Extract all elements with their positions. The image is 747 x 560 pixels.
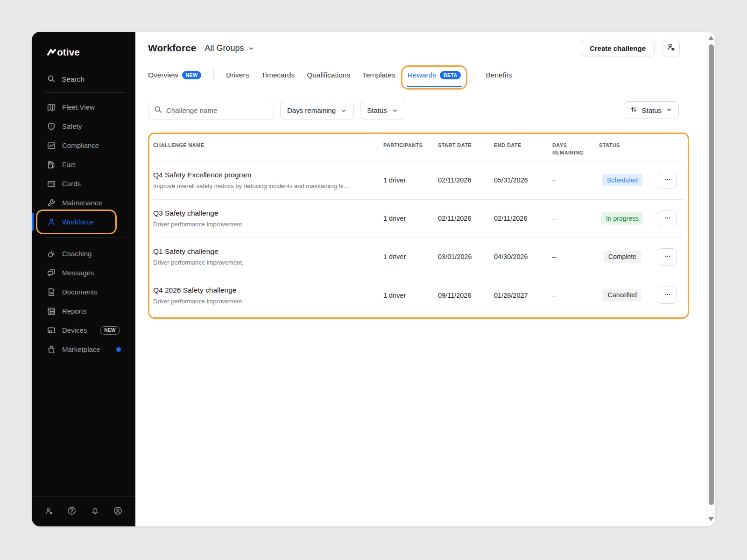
table-row: Q4 2026 Safety challengeDriver performan… [153, 276, 684, 315]
monitor-chart-icon [47, 141, 56, 150]
app-window: otive Search Fleet ViewSafetyComplianceF… [32, 32, 715, 526]
tab-label: Benefits [486, 71, 512, 79]
sort-button[interactable]: Status [624, 101, 679, 119]
tab-benefits[interactable]: Benefits [486, 71, 512, 87]
sidebar-item-messages[interactable]: Messages [32, 263, 135, 282]
column-header-start: START DATE [431, 142, 487, 149]
sidebar-item-maintenance[interactable]: Maintenance [32, 193, 135, 212]
sidebar-divider [45, 92, 126, 93]
sidebar-section-divider [45, 238, 126, 238]
challenge-name: Q3 Safety challenge [153, 209, 377, 217]
participants-cell: 1 driver [377, 253, 431, 260]
sidebar: otive Search Fleet ViewSafetyComplianceF… [32, 32, 135, 526]
sort-arrows-icon [630, 106, 637, 114]
table-body: Q4 Safety Excellence programImprove over… [153, 161, 684, 315]
sidebar-search-label: Search [62, 75, 85, 84]
sidebar-item-reports[interactable]: Reports [32, 301, 135, 321]
group-selector[interactable]: All Groups [204, 43, 254, 53]
status-badge: Cancelled [603, 289, 641, 301]
sidebar-item-cards[interactable]: Cards [32, 174, 135, 193]
days-remaining-cell: – [546, 176, 587, 184]
end-date-cell: 01/28/2027 [487, 292, 546, 299]
report-icon [47, 307, 56, 315]
user-gear-button[interactable] [45, 507, 53, 517]
sidebar-item-safety[interactable]: Safety [32, 117, 135, 136]
create-challenge-button[interactable]: Create challenge [581, 40, 655, 56]
participants-cell: 1 driver [377, 215, 431, 222]
sidebar-item-label: Messages [62, 269, 94, 277]
days-remaining-cell: – [546, 215, 587, 222]
row-menu-button[interactable] [658, 210, 677, 227]
challenge-name: Q1 Safety challenge [153, 247, 377, 256]
table-row: Q3 Safety challengeDriver performance im… [153, 200, 684, 238]
end-date-cell: 02/11/2026 [487, 215, 546, 222]
sidebar-item-label: Cards [62, 180, 81, 188]
document-icon [47, 288, 56, 296]
vertical-scrollbar[interactable] [706, 32, 715, 526]
dropdown-label: Status [367, 106, 387, 114]
column-header-part: PARTICIPANTS [377, 142, 431, 149]
row-menu-button[interactable] [658, 287, 677, 304]
search-icon [154, 105, 162, 115]
ellipsis-icon [664, 176, 671, 185]
challenge-description: Improve overall safety metrics by reduci… [153, 182, 368, 189]
sidebar-item-label: Documents [62, 288, 98, 296]
sidebar-item-label: Coaching [62, 250, 92, 258]
sidebar-item-fleet-view[interactable]: Fleet View [32, 98, 135, 117]
filter-bar: Days remainingStatus Status [148, 101, 689, 119]
tab-qualifications[interactable]: Qualifications [307, 71, 350, 87]
main-content: Workforce All Groups Create challenge Ov… [135, 32, 715, 526]
row-menu-button[interactable] [658, 172, 677, 189]
sidebar-item-marketplace[interactable]: Marketplace [32, 340, 135, 359]
filter-dropdown-days-remaining[interactable]: Days remaining [280, 101, 354, 119]
tab-bar: OverviewNEWDriversTimecardsQualification… [148, 69, 689, 87]
bell-icon [91, 506, 99, 517]
start-date-cell: 03/01/2026 [431, 253, 487, 260]
tab-drivers[interactable]: Drivers [226, 71, 249, 87]
challenge-name-cell: Q1 Safety challengeDriver performance im… [153, 247, 377, 266]
row-menu-button[interactable] [658, 248, 677, 266]
beta-badge: BETA [440, 71, 461, 79]
svg-text:otive: otive [57, 47, 80, 57]
challenge-description: Driver performance improvement. [153, 298, 368, 305]
tab-label: Qualifications [307, 71, 350, 79]
map-icon [47, 103, 56, 112]
account-button[interactable] [113, 506, 122, 517]
sidebar-item-documents[interactable]: Documents [32, 282, 135, 301]
sidebar-item-compliance[interactable]: Compliance [32, 136, 135, 155]
tab-rewards[interactable]: RewardsBETA [408, 71, 461, 87]
header-actions: Create challenge [581, 40, 680, 56]
whistle-icon [47, 250, 56, 258]
tab-templates[interactable]: Templates [362, 71, 395, 87]
column-header-status: STATUS [587, 142, 658, 149]
help-button[interactable] [67, 506, 76, 517]
scrollbar-thumb[interactable] [709, 44, 714, 505]
column-header-end: END DATE [487, 142, 546, 149]
chat-icon [47, 269, 56, 277]
tab-overview[interactable]: OverviewNEW [148, 71, 201, 87]
user-settings-button[interactable] [662, 40, 680, 56]
sidebar-item-search[interactable]: Search [32, 72, 135, 87]
sidebar-item-label: Devices [62, 326, 87, 334]
filter-dropdown-status[interactable]: Status [360, 101, 405, 119]
sidebar-item-fuel[interactable]: Fuel [32, 155, 135, 174]
days-remaining-cell: – [546, 253, 587, 260]
sidebar-item-label: Fleet View [62, 103, 95, 111]
highlight-ring-table: CHALLENGE NAMEPARTICIPANTSSTART DATEEND … [148, 133, 689, 319]
end-date-cell: 05/31/2026 [487, 176, 546, 184]
bell-button[interactable] [91, 506, 99, 517]
start-date-cell: 09/11/2026 [431, 292, 487, 299]
ellipsis-icon [664, 291, 671, 300]
sidebar-item-devices[interactable]: DevicesNEW [32, 321, 135, 340]
actions-cell [658, 248, 684, 266]
tab-timecards[interactable]: Timecards [261, 71, 295, 87]
motive-logo: otive [47, 46, 135, 59]
scrollbar-up-arrow[interactable] [708, 36, 714, 40]
challenge-search-input[interactable] [166, 106, 268, 114]
tab-label: Templates [362, 71, 395, 79]
sidebar-item-coaching[interactable]: Coaching [32, 244, 135, 263]
notification-dot [116, 347, 121, 352]
sidebar-item-workforce[interactable]: Workforce [32, 212, 135, 231]
scrollbar-down-arrow[interactable] [708, 517, 714, 521]
device-icon [47, 326, 56, 335]
